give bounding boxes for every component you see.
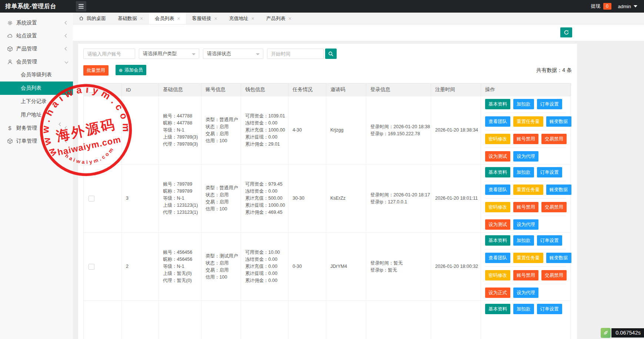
- action-button[interactable]: 账变数据: [546, 253, 571, 263]
- add-member-button[interactable]: ⊕添加会员: [116, 65, 146, 75]
- action-button[interactable]: 订单设置: [537, 167, 562, 177]
- action-button[interactable]: 订单设置: [537, 99, 562, 109]
- user-menu[interactable]: admin: [618, 4, 637, 9]
- cell-basic-info: 账号：456456昵称：456456等级：N-1上级：暂无(0)代理：暂无(0): [159, 233, 201, 300]
- tab-基础数据[interactable]: 基础数据×: [112, 13, 149, 24]
- action-button[interactable]: 查看团队: [485, 116, 510, 127]
- cell-line: KsErZz: [330, 195, 366, 202]
- action-button[interactable]: 密码修改: [485, 270, 510, 280]
- action-button[interactable]: 设为测试: [485, 219, 510, 230]
- batch-disable-button[interactable]: 批量禁用: [83, 65, 109, 76]
- action-button[interactable]: 查看团队: [485, 253, 510, 263]
- action-button[interactable]: 重置任务量: [513, 185, 543, 195]
- leaf-icon[interactable]: [601, 328, 611, 338]
- refresh-button[interactable]: [560, 27, 572, 37]
- action-button[interactable]: 加扣款: [513, 99, 534, 109]
- sidebar-subitem-会员列表[interactable]: 会员列表: [0, 82, 73, 95]
- action-button[interactable]: 账变数据: [546, 116, 571, 127]
- action-button[interactable]: 设为正式: [485, 288, 510, 298]
- action-button[interactable]: 账号禁用: [513, 134, 538, 144]
- tab-close-icon[interactable]: ×: [288, 16, 291, 21]
- action-button[interactable]: 账号禁用: [513, 270, 538, 280]
- sidebar-item-产品管理[interactable]: 产品管理: [0, 42, 73, 55]
- withdraw-menu[interactable]: 提现 0: [591, 3, 611, 10]
- app-header: 排单系统-管理后台 提现 0 admin: [0, 0, 644, 13]
- tab-close-icon[interactable]: ×: [214, 16, 217, 21]
- action-group-divider: [485, 147, 566, 148]
- cell-line: 信用：100: [206, 137, 241, 144]
- plus-circle-icon: ⊕: [119, 67, 123, 73]
- action-button[interactable]: 设为代理: [513, 151, 538, 162]
- tab-充值地址[interactable]: 充值地址×: [223, 13, 260, 24]
- action-button[interactable]: 基本资料: [485, 235, 510, 246]
- cell-line: 累计充值：0.00: [245, 263, 288, 270]
- action-button[interactable]: 查看团队: [485, 185, 510, 195]
- cell-line: 2026-01-20 18:00:32: [435, 263, 481, 270]
- action-button[interactable]: 重置任务量: [513, 253, 543, 263]
- account-search-input[interactable]: [83, 49, 135, 59]
- cell-line: 2: [126, 263, 159, 270]
- cell-line: 账号：447788: [163, 113, 201, 120]
- sidebar-item-系统设置[interactable]: 系统设置: [0, 16, 73, 29]
- cell-line: 登录ip：暂无: [370, 267, 431, 274]
- cube-icon-wrap: [7, 46, 13, 52]
- sidebar-subitem-会员等级列表[interactable]: 会员等级列表: [0, 68, 73, 82]
- cell-line: JDrYM4: [330, 263, 366, 270]
- row-checkbox[interactable]: [89, 264, 94, 270]
- action-button[interactable]: 加扣款: [513, 235, 534, 246]
- cell-account-info: 类型：普通用户状态：启用交易：启用信用：100: [201, 96, 241, 164]
- action-group-divider: [485, 216, 566, 216]
- user-type-select[interactable]: 请选择用户类型: [139, 49, 199, 59]
- row-checkbox[interactable]: [89, 127, 94, 133]
- action-button[interactable]: 订单设置: [537, 235, 562, 246]
- username: admin: [618, 4, 631, 9]
- action-button[interactable]: 账变数据: [546, 185, 571, 195]
- tab-我的桌面[interactable]: 我的桌面: [73, 13, 112, 24]
- tab-label: 产品列表: [266, 15, 286, 22]
- sidebar-subitem-用户地址[interactable]: 用户地址: [0, 108, 73, 122]
- tab-label: 客服链接: [192, 15, 211, 22]
- action-button[interactable]: 交易禁用: [541, 270, 567, 280]
- content-panel: 请选择用户类型 请选择状态 批量禁用 ⊕添加会员 共有数据：4 条 I: [78, 44, 577, 339]
- cell-line: 登录时间：2026-01-20 18:17: [370, 192, 431, 199]
- tab-close-icon[interactable]: ×: [251, 16, 254, 21]
- row-checkbox[interactable]: [89, 196, 94, 202]
- action-button[interactable]: 设为代理: [513, 288, 538, 298]
- action-button[interactable]: 基本资料: [485, 167, 510, 177]
- start-time-input[interactable]: [267, 49, 324, 59]
- action-button[interactable]: 账号禁用: [513, 202, 538, 212]
- action-button[interactable]: 设为测试: [485, 151, 510, 162]
- sidebar-subitem-上下分记录[interactable]: 上下分记录: [0, 95, 73, 108]
- status-select[interactable]: 请选择状态: [203, 49, 263, 59]
- sidebar-item-财务管理[interactable]: $财务管理: [0, 122, 73, 134]
- action-button[interactable]: 交易禁用: [541, 134, 567, 144]
- cell-line: 等级：N-1: [163, 195, 201, 202]
- tab-会员列表[interactable]: 会员列表×: [149, 13, 186, 24]
- tab-close-icon[interactable]: ×: [177, 16, 180, 21]
- sidebar-item-订单管理[interactable]: 订单管理: [0, 134, 73, 147]
- action-button[interactable]: 密码修改: [485, 202, 510, 212]
- sidebar-item-站点设置[interactable]: 站点设置: [0, 29, 73, 42]
- cell-line: 等级：N-1: [163, 263, 201, 270]
- tab-客服链接[interactable]: 客服链接×: [186, 13, 223, 24]
- action-button[interactable]: 加扣款: [513, 167, 534, 177]
- action-button[interactable]: 重置任务量: [513, 116, 543, 127]
- action-button[interactable]: 订单设置: [537, 304, 562, 314]
- search-button[interactable]: [325, 49, 337, 59]
- sidebar-item-会员管理[interactable]: 会员管理: [0, 55, 73, 68]
- select-all-checkbox[interactable]: [89, 87, 94, 93]
- tab-close-icon[interactable]: ×: [140, 16, 143, 21]
- gear-icon-wrap: [7, 20, 13, 26]
- action-group-divider: [485, 249, 566, 249]
- tab-产品列表[interactable]: 产品列表×: [260, 13, 297, 24]
- action-button[interactable]: 密码修改: [485, 134, 510, 144]
- menu-toggle-button[interactable]: [76, 1, 86, 11]
- tab-label: 充值地址: [229, 15, 248, 22]
- cell-line: 上级：暂无(0): [163, 270, 201, 277]
- action-button[interactable]: 基本资料: [485, 99, 510, 109]
- action-button[interactable]: 加扣款: [513, 304, 534, 314]
- cell-line: 类型：普通用户: [206, 185, 241, 192]
- action-button[interactable]: 基本资料: [485, 304, 510, 314]
- action-button[interactable]: 交易禁用: [541, 202, 567, 212]
- action-button[interactable]: 设为代理: [513, 219, 538, 230]
